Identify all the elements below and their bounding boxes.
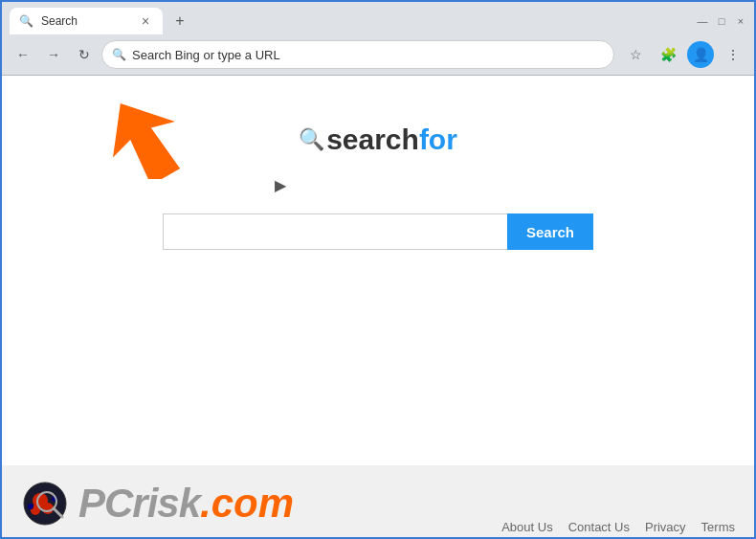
title-bar: 🔍 Search × + — □ × <box>2 2 754 34</box>
window-controls: — □ × <box>697 15 746 27</box>
minimize-button[interactable]: — <box>697 15 708 27</box>
pcrisk-mascot-icon <box>21 480 69 528</box>
footer-watermark: PCrisk.com About Us Contact Us Privacy T… <box>2 465 754 539</box>
terms-link[interactable]: Terms <box>701 520 735 534</box>
browser-chrome: 🔍 Search × + — □ × ← → ↻ 🔍 Search Bing o… <box>2 2 754 76</box>
address-bar[interactable]: 🔍 Search Bing or type a URL <box>101 40 614 69</box>
orange-arrow-annotation <box>98 93 203 183</box>
back-button[interactable]: ← <box>10 41 36 68</box>
profile-icon[interactable]: 👤 <box>687 41 714 68</box>
favorites-icon[interactable]: ☆ <box>622 41 649 68</box>
dotcom-text: .com <box>200 481 294 526</box>
svg-point-3 <box>42 503 54 514</box>
search-input[interactable] <box>163 213 507 250</box>
forward-icon: → <box>47 47 60 62</box>
forward-button[interactable]: → <box>40 41 67 68</box>
mouse-cursor: ▶ <box>275 176 286 194</box>
address-text: Search Bing or type a URL <box>132 48 604 62</box>
pcrisk-logo: PCrisk.com <box>21 480 294 528</box>
privacy-link[interactable]: Privacy <box>645 520 686 534</box>
tab-title: Search <box>41 14 130 28</box>
tab-close-icon[interactable]: × <box>138 13 153 29</box>
refresh-button[interactable]: ↻ <box>71 41 98 68</box>
back-icon: ← <box>16 47 30 62</box>
svg-marker-0 <box>98 93 196 179</box>
page-content: 🔍 searchfor ▶ Search PCris <box>2 76 754 539</box>
refresh-icon: ↻ <box>78 47 90 62</box>
maximize-button[interactable]: □ <box>716 15 727 27</box>
footer-links: About Us Contact Us Privacy Terms <box>501 520 735 539</box>
menu-icon[interactable]: ⋮ <box>720 41 746 68</box>
pc-text: PC <box>78 481 132 526</box>
nav-bar: ← → ↻ 🔍 Search Bing or type a URL ☆ 🧩 👤 … <box>2 34 754 75</box>
close-button[interactable]: × <box>735 15 746 27</box>
logo-search-icon: 🔍 <box>299 127 324 152</box>
about-us-link[interactable]: About Us <box>501 520 552 534</box>
svg-point-5 <box>28 504 33 509</box>
new-tab-button[interactable]: + <box>167 8 193 34</box>
search-button[interactable]: Search <box>507 213 593 250</box>
browser-tab[interactable]: 🔍 Search × <box>10 8 163 34</box>
tab-favicon: 🔍 <box>19 14 33 28</box>
logo-text: searchfor <box>326 124 457 156</box>
logo-search-text: search <box>326 124 419 155</box>
search-area: Search <box>163 213 593 250</box>
logo-for-text: for <box>419 124 457 155</box>
logo-area: 🔍 searchfor <box>299 124 457 156</box>
browser-nav-icons: ☆ 🧩 👤 ⋮ <box>622 41 746 68</box>
risk-text: risk <box>132 481 200 526</box>
address-search-icon: 🔍 <box>112 48 126 61</box>
extensions-icon[interactable]: 🧩 <box>655 41 681 68</box>
pcrisk-brand-text: PCrisk.com <box>78 481 294 527</box>
contact-us-link[interactable]: Contact Us <box>568 520 630 534</box>
